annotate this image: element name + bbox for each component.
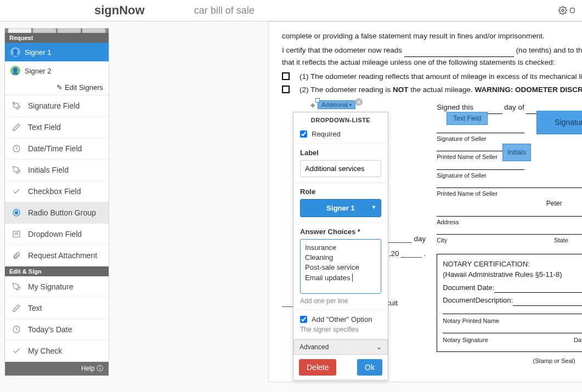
top-bar: signNow car bill of sale O: [0, 0, 582, 21]
sidebar: Request 👤Signer 1 👤Signer 2 Edit Signers…: [4, 28, 109, 363]
move-icon[interactable]: ✥: [310, 103, 315, 109]
required-checkbox[interactable]: Required: [300, 130, 381, 138]
pen-nib-icon: [12, 166, 21, 174]
help-link[interactable]: Help ⓘ: [5, 362, 109, 376]
field-datetime[interactable]: Date/Time Field: [5, 138, 109, 160]
my-text[interactable]: Text: [5, 298, 109, 319]
field-checkbox[interactable]: Checkbox Field: [5, 181, 109, 202]
radio-icon: [12, 208, 21, 217]
section-request: Request: [5, 33, 109, 43]
answers-label: Answer Choices *: [300, 228, 381, 236]
doc-label: Address: [437, 218, 582, 227]
other-hint: The signer specifies: [300, 326, 381, 333]
todays-date[interactable]: Today's Date: [5, 319, 109, 340]
pen-icon: [12, 123, 21, 132]
pen-nib-icon: [12, 101, 21, 110]
signature-field-tag[interactable]: Signature Field: [536, 111, 582, 134]
logo: signNow: [94, 3, 145, 18]
field-text[interactable]: Text Field: [5, 117, 109, 138]
chevron-down-icon: ⌄: [376, 343, 382, 351]
delete-button[interactable]: Delete: [299, 359, 336, 376]
placed-field-chip[interactable]: ✥ Additional▾ ✕: [318, 100, 355, 109]
person-icon: 👤: [10, 66, 20, 76]
signer-2[interactable]: 👤Signer 2: [5, 61, 109, 80]
edit-signers[interactable]: Edit Signers: [5, 80, 109, 95]
advanced-toggle[interactable]: Advanced⌄: [293, 339, 388, 355]
paperclip-icon: [12, 251, 21, 260]
field-initials[interactable]: Initials Field: [5, 160, 109, 181]
doc-text: I certify that the odometer now reads (n…: [282, 45, 582, 68]
doc-text: Peter: [437, 198, 582, 208]
my-check[interactable]: My Check: [5, 340, 109, 362]
doc-text: (Stamp or Seal): [437, 356, 582, 366]
role-dropdown[interactable]: Signer 1: [300, 199, 381, 217]
panel-title: DROPDOWN-LISTE: [293, 112, 388, 126]
my-signature[interactable]: My Signature: [5, 276, 109, 298]
gear-icon: [558, 6, 567, 15]
doc-label: Signature of Seller: [437, 134, 582, 144]
answers-hint: Add one per line: [300, 297, 381, 305]
doc-label: CityStateZip Code: [437, 236, 582, 245]
checkbox-icon[interactable]: [300, 130, 307, 138]
options-label: O: [569, 6, 575, 15]
field-radio[interactable]: Radio Button Group: [5, 202, 109, 224]
pen-nib-icon: [12, 282, 21, 291]
check-icon: [12, 187, 21, 196]
svg-point-3: [15, 211, 18, 214]
other-checkbox[interactable]: Add "Other" Option: [300, 315, 381, 323]
field-attachment[interactable]: Request Attachment: [5, 245, 109, 266]
resize-handle[interactable]: [315, 98, 320, 103]
checkbox-icon[interactable]: [300, 316, 307, 323]
clock-icon: [12, 325, 21, 334]
svg-point-0: [562, 9, 564, 12]
section-edit-sign: Edit & Sign: [5, 266, 109, 276]
notary-box: NOTARY CERTIFICATION: (Hawaii Administra…: [437, 254, 582, 352]
sidebar-tabs: [5, 29, 109, 33]
check-icon: [12, 346, 21, 355]
doc-label: Printed Name of Seller: [437, 189, 582, 198]
field-signature[interactable]: Signature Field: [5, 95, 109, 117]
field-dropdown[interactable]: Dropdown Field: [5, 224, 109, 245]
doc-text: (1) The odometer reading reflects that a…: [282, 71, 582, 82]
canvas[interactable]: complete or providing a false statement …: [109, 21, 582, 392]
signer-1[interactable]: 👤Signer 1: [5, 43, 109, 61]
label-label: Label: [300, 149, 381, 157]
properties-panel: DROPDOWN-LISTE Required Label Role Signe…: [293, 112, 388, 380]
doc-label: Signature of Seller: [437, 171, 582, 180]
person-icon: 👤: [10, 47, 20, 57]
settings-button[interactable]: O: [558, 6, 575, 15]
clock-icon: [12, 144, 21, 153]
text-field-tag[interactable]: Text Field: [447, 112, 488, 125]
doc-text: (2) The odometer reading is NOT the actu…: [282, 84, 582, 95]
list-icon: [12, 230, 21, 238]
ok-button[interactable]: Ok: [357, 359, 382, 376]
pen-icon: [12, 304, 21, 313]
answers-textarea[interactable]: InsuranceCleaningPost-sale serviceEmail …: [300, 239, 381, 294]
initials-field-tag[interactable]: Initials: [502, 144, 531, 161]
label-input[interactable]: [300, 160, 381, 177]
doc-text: complete or providing a false statement …: [282, 31, 582, 42]
role-label: Role: [300, 188, 381, 196]
document-title[interactable]: car bill of sale: [194, 5, 255, 16]
